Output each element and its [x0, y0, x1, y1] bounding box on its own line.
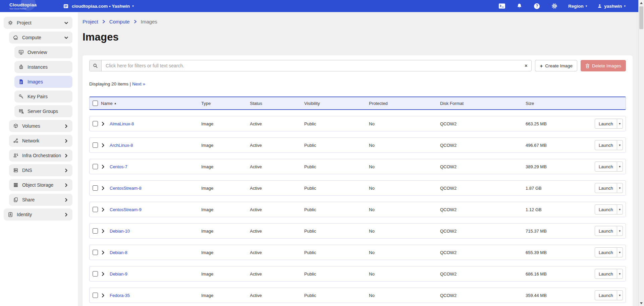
image-name-link[interactable]: AlmaLinux-8: [110, 121, 201, 126]
launch-dropdown-toggle[interactable]: ▼: [617, 119, 623, 129]
terminal-icon[interactable]: [498, 2, 506, 10]
row-checkbox[interactable]: [93, 250, 98, 255]
cell-disk-format: QCOW2: [440, 293, 526, 298]
row-checkbox[interactable]: [93, 185, 98, 191]
sidebar-item-compute[interactable]: Compute: [9, 32, 72, 44]
sidebar-item-volumes[interactable]: Volumes: [9, 120, 72, 132]
user-icon: [597, 4, 602, 9]
sidebar-item-instances[interactable]: Instances: [14, 61, 72, 73]
column-header-size[interactable]: Size: [526, 101, 595, 106]
image-name-link[interactable]: Debian-8: [110, 250, 201, 255]
image-name-link[interactable]: ArchLinux-8: [110, 143, 201, 148]
column-header-protected[interactable]: Protected: [369, 101, 440, 106]
breadcrumb-compute[interactable]: Compute: [109, 19, 130, 24]
image-name-link[interactable]: Centos-7: [110, 164, 201, 169]
scroll-up-arrow-icon[interactable]: [640, 2, 643, 4]
row-expand-chevron-icon[interactable]: [101, 293, 110, 298]
launch-button[interactable]: Launch: [595, 247, 617, 257]
column-header-name[interactable]: Name▲: [101, 101, 201, 106]
region-selector[interactable]: Region ▾: [568, 4, 587, 9]
row-expand-chevron-icon[interactable]: [101, 143, 110, 147]
row-checkbox[interactable]: [93, 228, 98, 234]
next-page-link[interactable]: Next »: [132, 81, 145, 86]
column-header-status[interactable]: Status: [250, 101, 304, 106]
row-expand-chevron-icon[interactable]: [101, 272, 110, 276]
breadcrumb-project[interactable]: Project: [83, 19, 98, 24]
column-header-type[interactable]: Type: [201, 101, 250, 106]
sidebar-item-server-groups[interactable]: Server Groups: [14, 105, 72, 117]
image-name-link[interactable]: Fedora-35: [110, 293, 201, 298]
launch-dropdown-toggle[interactable]: ▼: [617, 226, 623, 236]
launch-dropdown-toggle[interactable]: ▼: [617, 140, 623, 150]
sidebar-item-object-storage[interactable]: Object Storage: [9, 179, 72, 191]
row-expand-chevron-icon[interactable]: [101, 207, 110, 212]
cell-protected: No: [369, 164, 440, 169]
scrollbar-thumb[interactable]: [639, 6, 643, 29]
user-menu[interactable]: yashwin ▾: [597, 4, 626, 9]
launch-button[interactable]: Launch: [595, 204, 617, 215]
context-list-icon: [62, 2, 69, 10]
help-icon[interactable]: ?: [533, 2, 541, 10]
brand-logo[interactable]: Cloudtopiaa Your Cloud Partner: [9, 0, 61, 12]
table-row: Fedora-35 Image Active Public No QCOW2 3…: [89, 288, 626, 303]
row-expand-chevron-icon[interactable]: [101, 229, 110, 233]
launch-button[interactable]: Launch: [595, 226, 617, 236]
launch-button[interactable]: Launch: [595, 183, 617, 193]
cell-protected: No: [369, 186, 440, 191]
sidebar-item-project[interactable]: Project: [4, 17, 72, 29]
image-name-link[interactable]: Debian-9: [110, 271, 201, 277]
launch-dropdown-toggle[interactable]: ▼: [617, 204, 623, 215]
launch-button[interactable]: Launch: [595, 119, 617, 129]
cell-status: Active: [250, 121, 304, 126]
column-header-visibility[interactable]: Visibility: [304, 101, 369, 106]
create-image-button[interactable]: + Create Image: [535, 60, 577, 71]
search-clear-icon[interactable]: ×: [521, 63, 531, 68]
settings-gear-icon[interactable]: [551, 2, 558, 10]
bell-icon[interactable]: [516, 2, 523, 10]
search-icon[interactable]: [90, 60, 102, 71]
vertical-scrollbar[interactable]: [638, 0, 644, 306]
image-name-link[interactable]: CentosStream-9: [110, 207, 201, 212]
scroll-down-arrow-icon[interactable]: [640, 302, 643, 304]
row-expand-chevron-icon[interactable]: [101, 186, 110, 190]
sidebar-item-key-pairs[interactable]: Key Pairs: [14, 90, 72, 103]
row-checkbox[interactable]: [93, 207, 98, 212]
images-panel: × + Create Image Delete Images Displayin…: [83, 55, 633, 306]
cell-size: 663.25 MB: [526, 121, 595, 126]
row-expand-chevron-icon[interactable]: [101, 165, 110, 169]
cell-visibility: Public: [304, 229, 369, 234]
row-expand-chevron-icon[interactable]: [101, 122, 110, 126]
row-checkbox[interactable]: [93, 164, 98, 169]
sidebar-item-images[interactable]: Images: [14, 76, 72, 88]
launch-dropdown-toggle[interactable]: ▼: [617, 269, 623, 279]
sidebar-item-infra-orchestration[interactable]: Infra Orchestration: [9, 149, 72, 162]
sidebar-item-network[interactable]: Network: [9, 135, 72, 147]
sidebar-item-identity[interactable]: Identity: [4, 208, 72, 221]
table-row: Debian-8 Image Active Public No QCOW2 65…: [89, 245, 626, 260]
launch-dropdown-toggle[interactable]: ▼: [617, 183, 623, 193]
sidebar-item-share[interactable]: Share: [9, 194, 72, 206]
image-name-link[interactable]: CentosStream-8: [110, 186, 201, 191]
launch-button[interactable]: Launch: [595, 269, 617, 279]
row-expand-chevron-icon[interactable]: [101, 250, 110, 255]
cell-status: Active: [250, 143, 304, 148]
row-checkbox[interactable]: [93, 142, 98, 148]
launch-button[interactable]: Launch: [595, 140, 617, 150]
launch-button[interactable]: Launch: [595, 162, 617, 172]
column-header-disk-format[interactable]: Disk Format: [440, 101, 526, 106]
launch-dropdown-toggle[interactable]: ▼: [617, 290, 623, 300]
delete-images-button[interactable]: Delete Images: [581, 60, 626, 71]
select-all-checkbox[interactable]: [93, 101, 98, 106]
project-context-switcher[interactable]: cloudtopiaa.com • Yashwin ▾: [62, 2, 134, 10]
compute-icon: [13, 35, 19, 41]
row-checkbox[interactable]: [93, 271, 98, 277]
search-input[interactable]: [102, 60, 521, 71]
launch-button[interactable]: Launch: [595, 290, 617, 300]
image-name-link[interactable]: Debian-10: [110, 229, 201, 234]
row-checkbox[interactable]: [93, 293, 98, 298]
launch-dropdown-toggle[interactable]: ▼: [617, 162, 623, 172]
row-checkbox[interactable]: [93, 121, 98, 126]
sidebar-item-overview[interactable]: Overview: [14, 46, 72, 58]
launch-dropdown-toggle[interactable]: ▼: [617, 247, 623, 257]
sidebar-item-dns[interactable]: DNS: [9, 164, 72, 176]
